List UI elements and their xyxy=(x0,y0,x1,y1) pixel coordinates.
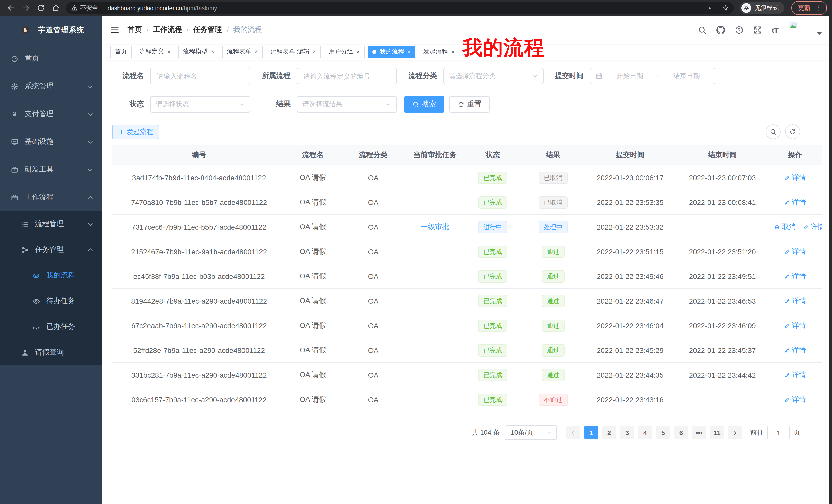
detail-link[interactable]: 详情 xyxy=(784,321,806,330)
page-button-3[interactable]: 3 xyxy=(620,426,634,439)
detail-link[interactable]: 详情 xyxy=(784,296,806,305)
url-host: dashboard.yudao.iocoder.cn xyxy=(108,5,182,11)
detail-link[interactable]: 详情 xyxy=(784,370,806,380)
close-icon[interactable]: × xyxy=(167,49,171,55)
font-size-icon[interactable]: tT xyxy=(772,25,778,34)
tab-home[interactable]: 首页 xyxy=(110,46,132,58)
category-select[interactable]: 请选择流程分类 xyxy=(443,68,544,84)
page-ellipsis[interactable]: ••• xyxy=(692,426,706,439)
process-name-input[interactable] xyxy=(150,68,251,84)
refresh-table-button[interactable] xyxy=(785,124,800,139)
cancel-link[interactable]: 取消 xyxy=(774,222,796,231)
browser-window: 不安全 dashboard.yudao.iocoder.cn /bpm/task… xyxy=(0,0,832,504)
detail-link[interactable]: 详情 xyxy=(803,222,822,231)
close-icon[interactable]: × xyxy=(451,49,454,55)
bookmark-star-icon[interactable] xyxy=(722,5,729,11)
cancel-label: 取消 xyxy=(782,222,796,231)
page-button-2[interactable]: 2 xyxy=(602,426,616,439)
close-icon[interactable]: × xyxy=(313,49,316,55)
start-date-placeholder[interactable]: 开始日期 xyxy=(607,72,653,81)
browser-update-button[interactable]: 更新 xyxy=(791,1,827,15)
tab-process-model[interactable]: 流程模型× xyxy=(178,46,219,58)
reset-button[interactable]: 重置 xyxy=(449,96,490,113)
page-button-6[interactable]: 6 xyxy=(674,426,688,439)
detail-link[interactable]: 详情 xyxy=(784,247,806,256)
next-page-button[interactable] xyxy=(728,426,742,439)
sidebar-item-workflow[interactable]: 工作流程 xyxy=(0,184,102,211)
sidebar-item-leave-query[interactable]: 请假查询 xyxy=(0,340,102,365)
breadcrumb-separator: / xyxy=(147,26,149,34)
close-icon[interactable]: × xyxy=(356,49,360,55)
process-def-input[interactable] xyxy=(297,68,397,84)
browser-home-icon[interactable] xyxy=(52,4,60,12)
password-key-icon[interactable] xyxy=(708,5,715,11)
cell-id: 3ad174fb-7b9d-11ec-8404-acde48001122 xyxy=(112,165,286,190)
browser-forward-icon[interactable] xyxy=(22,4,30,12)
browser-menu-icon[interactable] xyxy=(815,5,822,11)
detail-link[interactable]: 详情 xyxy=(784,173,806,182)
close-icon[interactable]: × xyxy=(407,49,411,55)
browser-reload-icon[interactable] xyxy=(37,4,45,12)
sidebar-item-todo-tasks[interactable]: 待办任务 xyxy=(0,288,102,314)
close-icon[interactable]: × xyxy=(211,49,214,55)
tab-start-process[interactable]: 发起流程× xyxy=(419,46,459,58)
page-button-5[interactable]: 5 xyxy=(656,426,670,439)
cell-category: OA xyxy=(340,288,407,313)
avatar-caret-icon[interactable] xyxy=(815,29,824,38)
page-button-4[interactable]: 4 xyxy=(638,426,652,439)
current-task-link[interactable]: 一级审批 xyxy=(421,222,449,230)
sidebar-item-my-process[interactable]: 我的流程 xyxy=(0,262,102,288)
sidebar-item-dev-tools[interactable]: 研发工具 xyxy=(0,156,102,184)
address-bar[interactable]: 不安全 dashboard.yudao.iocoder.cn /bpm/task… xyxy=(66,2,734,14)
process-def-field[interactable] xyxy=(302,72,391,80)
detail-link[interactable]: 详情 xyxy=(784,395,806,404)
github-icon[interactable] xyxy=(716,25,725,34)
avatar[interactable] xyxy=(788,20,808,40)
tab-user-group[interactable]: 用户分组× xyxy=(324,46,365,58)
sidebar-item-payment[interactable]: ¥支付管理 xyxy=(0,100,102,128)
tab-process-form[interactable]: 流程表单× xyxy=(222,46,263,58)
breadcrumb-item[interactable]: 任务管理 xyxy=(193,25,222,34)
breadcrumb-item[interactable]: 工作流程 xyxy=(153,25,182,34)
dashboard-icon xyxy=(11,55,19,62)
cell-actions: 详情 xyxy=(769,264,822,288)
help-icon[interactable] xyxy=(735,25,744,34)
sidebar-item-process-mgmt[interactable]: 流程管理 xyxy=(0,211,102,237)
sidebar-item-task-mgmt[interactable]: 任务管理 xyxy=(0,237,102,262)
page-button-11[interactable]: 11 xyxy=(710,426,724,439)
detail-link[interactable]: 详情 xyxy=(784,198,806,207)
close-icon[interactable]: × xyxy=(255,49,258,55)
hamburger-icon[interactable] xyxy=(110,25,119,34)
tab-process-form-edit[interactable]: 流程表单-编辑× xyxy=(266,46,321,58)
tab-process-def[interactable]: 流程定义× xyxy=(135,46,175,58)
sidebar-item-done-tasks[interactable]: 已办任务 xyxy=(0,314,102,340)
sidebar-item-home[interactable]: 首页 xyxy=(0,45,102,73)
goto-page-input[interactable] xyxy=(767,426,790,439)
detail-label: 详情 xyxy=(811,222,822,231)
submit-time-range-picker[interactable]: 开始日期 - 结束日期 xyxy=(590,68,715,84)
page-button-1[interactable]: 1 xyxy=(584,426,598,439)
start-process-button[interactable]: 发起流程 xyxy=(112,124,159,139)
toggle-search-button[interactable] xyxy=(766,124,781,139)
search-button[interactable]: 搜索 xyxy=(404,96,444,113)
detail-link[interactable]: 详情 xyxy=(784,272,806,281)
sidebar-item-system[interactable]: 系统管理 xyxy=(0,73,102,100)
process-name-field[interactable] xyxy=(156,72,245,80)
sidebar-item-infra[interactable]: 基础设施 xyxy=(0,128,102,156)
header-search-icon[interactable] xyxy=(698,25,706,34)
cell-process-name: OA 请假 xyxy=(286,387,340,412)
status-select[interactable]: 请选择状态 xyxy=(150,96,251,113)
fullscreen-icon[interactable] xyxy=(753,25,762,34)
result-badge: 通过 xyxy=(542,319,564,332)
edit-icon xyxy=(784,273,790,279)
app-logo[interactable]: 芋道管理系统 xyxy=(0,16,102,45)
browser-back-icon[interactable] xyxy=(7,4,15,12)
edit-icon xyxy=(803,224,809,230)
tab-my-process[interactable]: 我的流程× xyxy=(368,46,415,58)
detail-link[interactable]: 详情 xyxy=(784,345,806,355)
result-select[interactable]: 请选择流结果 xyxy=(297,96,397,113)
end-date-placeholder[interactable]: 结束日期 xyxy=(663,72,710,81)
status-badge: 已完成 xyxy=(478,196,507,208)
breadcrumb-item[interactable]: 首页 xyxy=(128,25,142,34)
page-size-select[interactable]: 10条/页 xyxy=(505,425,557,440)
